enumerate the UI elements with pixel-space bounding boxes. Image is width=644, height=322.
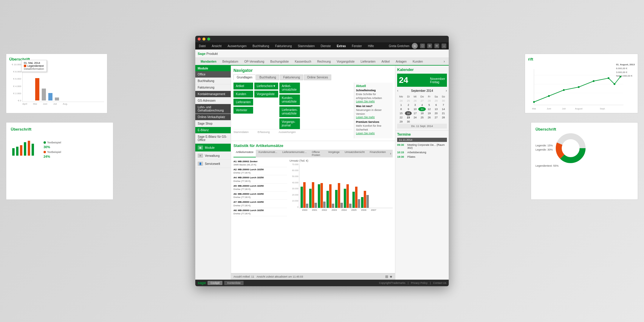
link-privacy[interactable]: Privacy Policy [411, 281, 428, 284]
bottom-tab-cockpit[interactable]: Cockpit [208, 281, 222, 285]
tab-kassenbuch[interactable]: Kassenbuch [292, 58, 314, 66]
sidebar-item-gs[interactable]: GS-Adressen [195, 97, 231, 104]
cal-day-17[interactable]: 17 [412, 111, 418, 115]
sidebar-item-buchhaltung[interactable]: Buchhaltung [195, 78, 231, 84]
cal-day-next-2[interactable] [418, 120, 426, 124]
aktuell-prem-link[interactable]: Lesen Sie mehr [356, 132, 391, 135]
cal-day-3[interactable]: 3 [412, 103, 418, 107]
tab-vorgangsliste[interactable]: Vorgangsliste [334, 58, 357, 66]
nav-tab-online[interactable]: Online Services [304, 75, 331, 80]
cal-day-next-5[interactable] [440, 120, 447, 124]
sidebar-item-sage-shop[interactable]: Sage Shop [195, 120, 231, 127]
tab-more-icon[interactable]: › [442, 58, 446, 65]
tab-artikel[interactable]: Artikel [378, 58, 393, 66]
menu-buchhaltung[interactable]: Buchhaltung [251, 44, 270, 48]
cal-day-28[interactable]: 28 [440, 115, 447, 120]
tab-mandanten[interactable]: Mandanten [198, 58, 219, 66]
stats-tab-lieferanten[interactable]: Lieferantenumsätz... [280, 150, 309, 157]
cal-day-5[interactable]: 5 [426, 103, 432, 107]
cal-day-14[interactable]: 14 [440, 107, 447, 111]
cal-day-16[interactable]: 16 [405, 111, 411, 115]
status-icon-1[interactable]: ⊞ [385, 275, 388, 279]
cal-day-13[interactable]: 13 [433, 107, 440, 111]
search-icon[interactable]: ⌕ [442, 44, 446, 48]
sidebar-item-online[interactable]: Online-Verkaufsplatz [195, 114, 231, 120]
article-item-6[interactable]: A8: MB-20000 Lurch 10250 Drehw (77,00 €) [233, 208, 287, 216]
stats-tab-more[interactable]: › [388, 150, 393, 157]
btn-vertreter[interactable]: Vertreter [233, 107, 253, 114]
menu-ansicht[interactable]: Ansicht [210, 44, 223, 48]
sidebar-item-ebilanz[interactable]: E-Bilanz [195, 127, 231, 134]
nav-tab-fakturierung[interactable]: Fakturierung [280, 75, 303, 80]
mail-icon[interactable]: ✉ [434, 44, 439, 48]
cal-day-6[interactable]: 6 [433, 103, 440, 107]
cal-day-26-prev[interactable]: 26 [412, 99, 418, 103]
stats-tab-kunden[interactable]: Kundenumsät... [256, 150, 280, 157]
article-item-3[interactable]: A5: MB-20000 Lurch 10250 Drehw (77,00 €) [233, 184, 287, 192]
btn-kundenumsatz[interactable]: Kunden-umsatzliste [279, 95, 300, 105]
link-contact[interactable]: Contact Us [433, 281, 446, 284]
cal-day-1[interactable]: 1 [397, 103, 405, 107]
nav-verwaltung[interactable]: ≡ Verwaltung [195, 152, 231, 160]
sidebar-item-fakturierung[interactable]: Fakturierung [195, 84, 231, 91]
cal-day-7[interactable]: 7 [440, 103, 447, 107]
nav-tab-buchhaltung[interactable]: Buchhaltung [256, 75, 279, 80]
sidebar-item-sage-ebilanz[interactable]: Sage E-Bilanz für GS-Office [195, 134, 231, 143]
cal-day-24[interactable]: 24 [412, 115, 418, 120]
cal-day-19[interactable]: 19 [426, 111, 432, 115]
settings-icon[interactable]: ⚙ [427, 44, 432, 48]
cal-day-23[interactable]: 23 [405, 115, 411, 120]
nav-module[interactable]: ▦ Module [195, 144, 231, 152]
cal-day-12[interactable]: 12 [426, 107, 432, 111]
cal-day-15[interactable]: 15 [397, 111, 405, 115]
cal-day-8[interactable]: 8 [397, 107, 405, 111]
minimize-dot[interactable] [202, 38, 205, 41]
stats-tab-artikel[interactable]: Artikelumsätze [233, 150, 256, 157]
cal-next-btn[interactable]: › [446, 89, 447, 93]
cal-day-21[interactable]: 21 [440, 111, 447, 115]
btn-lieferanten[interactable]: Lieferanten [233, 99, 253, 106]
tab-buchungsliste[interactable]: Buchungsliste [267, 58, 292, 66]
btn-lieferantenumsatz[interactable]: Lieferanten-umsatzliste [279, 106, 300, 117]
close-dot[interactable] [198, 38, 201, 41]
btn-vorgangsliste[interactable]: Vorgangsliste [254, 91, 278, 97]
stats-tab-finanz[interactable]: Finanzkonten [367, 150, 388, 157]
cal-day-28-prev[interactable]: 28 [426, 99, 432, 103]
cal-day-4[interactable]: 4 [418, 103, 426, 107]
cal-day-30[interactable]: 30 [405, 120, 411, 124]
cal-day-next-3[interactable] [426, 120, 432, 124]
aktuell-neu-link[interactable]: Lesen Sie mehr [356, 116, 391, 119]
menu-hilfe[interactable]: Hilfe [367, 44, 375, 48]
cal-day-26[interactable]: 26 [426, 115, 432, 120]
cal-day-24-prev[interactable]: 24 [397, 99, 405, 103]
btn-vorgangsjournal[interactable]: Vorgangs-journal [279, 118, 300, 129]
cal-day-next-4[interactable] [433, 120, 440, 124]
article-item-4[interactable]: A6: MB-20000 Lurch 10250 Drehw (77,00 €) [233, 192, 287, 200]
tab-rechnung[interactable]: Rechnung [314, 58, 334, 66]
sidebar-item-office[interactable]: Office [195, 71, 231, 78]
cal-day-22[interactable]: 22 [397, 115, 405, 120]
link-copyright[interactable]: Copyright/Trademarks [379, 281, 405, 284]
menu-dienste[interactable]: Dienste [320, 44, 332, 48]
menu-datei[interactable]: Datei [198, 44, 207, 48]
cal-day-18[interactable]: 18 [418, 111, 426, 115]
menu-fenster[interactable]: Fenster [351, 44, 363, 48]
menu-extras[interactable]: Extras [335, 44, 347, 48]
cal-day-2[interactable]: 2 [405, 103, 411, 107]
tab-belegdatum[interactable]: Belegdatum [219, 58, 241, 66]
btn-artikelumsatz[interactable]: Artikel-umsatzliste [279, 83, 300, 93]
cal-day-20[interactable]: 20 [433, 111, 440, 115]
tab-op-verwaltung[interactable]: OP-Verwaltung [241, 58, 267, 66]
cal-prev-btn[interactable]: ‹ [397, 89, 398, 93]
article-item-2[interactable]: A4: MB-20000 Lurch 10250 Drehw (77,00 €) [233, 175, 287, 183]
cal-day-25[interactable]: 25 [418, 115, 426, 120]
cal-day-27[interactable]: 27 [433, 115, 440, 120]
aktuell-schnell-link[interactable]: Lesen Sie mehr [356, 100, 391, 103]
cal-day-29-prev[interactable]: 29 [433, 99, 440, 103]
tab-anlagen[interactable]: Anlagen [393, 58, 410, 66]
cal-day-30-prev[interactable]: 30 [440, 99, 447, 103]
stats-tab-vorgaenge[interactable]: Vorgänge [326, 150, 342, 157]
tab-kunden[interactable]: Kunden [410, 58, 426, 66]
info-icon[interactable]: ⓘ [420, 44, 425, 48]
cal-day-27-prev[interactable]: 27 [418, 99, 426, 103]
